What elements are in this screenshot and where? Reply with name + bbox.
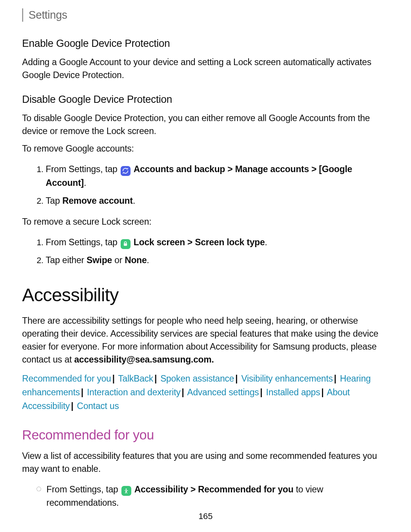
link-nav: Recommended for you| TalkBack| Spoken as… <box>22 372 389 413</box>
lock-icon <box>121 239 131 249</box>
text: . <box>84 178 86 188</box>
link-talkback[interactable]: TalkBack <box>118 374 153 383</box>
list-item: Tap Remove account. <box>46 192 389 210</box>
text-bold: None <box>125 255 147 265</box>
text: Tap either <box>46 255 87 265</box>
bullet-list: From Settings, tap Accessibility > Recom… <box>22 481 389 514</box>
email-text: accessibility@sea.samsung.com <box>74 355 212 364</box>
separator: | <box>70 401 74 411</box>
separator: | <box>80 387 84 397</box>
link-advanced-settings[interactable]: Advanced settings <box>187 387 259 397</box>
separator: | <box>180 387 185 397</box>
link-installed-apps[interactable]: Installed apps <box>266 387 320 397</box>
separator: | <box>111 374 116 383</box>
list-item: From Settings, tap Lock screen > Screen … <box>46 233 389 251</box>
heading-recommended: Recommended for you <box>22 425 389 445</box>
paragraph: There are accessibility settings for peo… <box>22 314 389 366</box>
ordered-list: From Settings, tap Accounts and backup >… <box>22 160 389 210</box>
separator: | <box>333 374 338 383</box>
svg-rect-0 <box>124 243 127 246</box>
text-bold: Accessibility > Recommended for you <box>134 484 293 494</box>
text-bold: Lock screen > Screen lock type <box>134 237 265 247</box>
link-interaction-dexterity[interactable]: Interaction and dexterity <box>87 387 180 397</box>
page-header: Settings <box>22 8 389 22</box>
text: . <box>212 355 214 364</box>
text: From Settings, tap <box>46 237 120 247</box>
text: . <box>147 255 149 265</box>
list-item: Tap either Swipe or None. <box>46 251 389 269</box>
separator: | <box>259 387 263 397</box>
separator: | <box>234 374 239 383</box>
heading-enable-gdp: Enable Google Device Protection <box>22 36 389 51</box>
text: From Settings, tap <box>46 484 121 494</box>
paragraph: Adding a Google Account to your device a… <box>22 56 389 81</box>
text: . <box>133 196 135 206</box>
page-number: 165 <box>0 510 411 523</box>
link-spoken-assistance[interactable]: Spoken assistance <box>160 374 234 383</box>
heading-disable-gdp: Disable Google Device Protection <box>22 92 389 107</box>
ordered-list: From Settings, tap Lock screen > Screen … <box>22 233 389 270</box>
paragraph: View a list of accessibility features th… <box>22 449 389 475</box>
text-bold: Swipe <box>87 255 112 265</box>
text: or <box>112 255 124 265</box>
separator: | <box>153 374 158 383</box>
link-visibility-enhancements[interactable]: Visibility enhancements <box>241 374 333 383</box>
paragraph: To remove a secure Lock screen: <box>22 215 389 228</box>
separator: | <box>320 387 325 397</box>
heading-accessibility: Accessibility <box>22 282 389 308</box>
text-bold: Remove account <box>62 196 133 206</box>
svg-point-1 <box>126 489 127 490</box>
paragraph: To remove Google accounts: <box>22 142 389 155</box>
page: Settings Enable Google Device Protection… <box>0 0 411 532</box>
paragraph: To disable Google Device Protection, you… <box>22 112 389 137</box>
link-recommended-for-you[interactable]: Recommended for you <box>22 374 111 383</box>
list-item: From Settings, tap Accessibility > Recom… <box>40 481 389 514</box>
sync-icon <box>121 166 131 176</box>
text: Tap <box>46 196 62 206</box>
list-item: From Settings, tap Accounts and backup >… <box>46 160 389 192</box>
accessibility-icon <box>121 486 131 496</box>
text: . <box>265 237 267 247</box>
text: From Settings, tap <box>46 164 120 174</box>
link-contact-us[interactable]: Contact us <box>77 401 119 411</box>
